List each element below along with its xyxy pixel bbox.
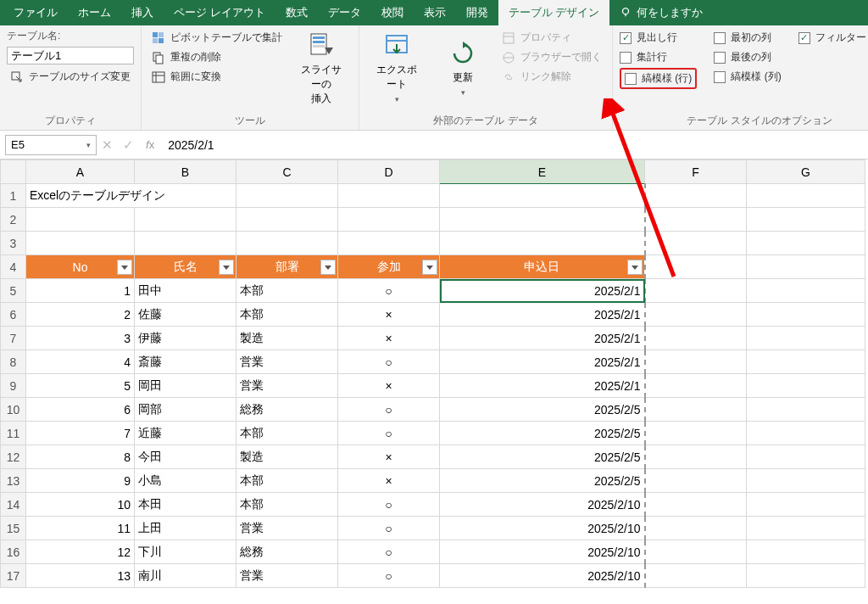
- table-header-attend[interactable]: 参加: [338, 255, 440, 279]
- insert-slicer-button[interactable]: スライサーの 挿入: [291, 29, 352, 109]
- cell[interactable]: 近藤: [135, 422, 236, 445]
- cell[interactable]: [645, 398, 747, 422]
- row-header[interactable]: 12: [1, 445, 26, 469]
- tab-formulas[interactable]: 数式: [275, 0, 318, 25]
- cell[interactable]: [440, 232, 645, 255]
- cell[interactable]: 総務: [236, 540, 338, 564]
- cell[interactable]: 9: [26, 469, 135, 493]
- row-header[interactable]: 11: [1, 422, 26, 445]
- cancel-formula-icon[interactable]: ✕: [97, 137, 118, 153]
- table-header-dept[interactable]: 部署: [236, 255, 338, 279]
- tab-data[interactable]: データ: [318, 0, 371, 25]
- cell[interactable]: [747, 540, 865, 564]
- tell-me[interactable]: 何をしますか: [609, 5, 713, 20]
- cell[interactable]: 8: [26, 445, 135, 469]
- cell[interactable]: [747, 398, 865, 422]
- row-header[interactable]: 7: [1, 327, 26, 350]
- cell[interactable]: [645, 374, 747, 398]
- col-header-C[interactable]: C: [236, 160, 338, 184]
- cell[interactable]: [747, 303, 865, 327]
- cell[interactable]: [747, 279, 865, 303]
- cell[interactable]: [236, 232, 338, 255]
- table-name-input[interactable]: [7, 47, 134, 64]
- last-column-checkbox[interactable]: 最後の列: [714, 48, 781, 66]
- cell[interactable]: [645, 469, 747, 493]
- cell[interactable]: 2025/2/10: [440, 517, 645, 540]
- row-header[interactable]: 10: [1, 398, 26, 422]
- cell[interactable]: 製造: [236, 327, 338, 350]
- cell[interactable]: [645, 350, 747, 374]
- cell[interactable]: [747, 184, 865, 208]
- cell[interactable]: 1: [26, 279, 135, 303]
- tab-page-layout[interactable]: ページ レイアウト: [164, 0, 275, 25]
- cell[interactable]: 本田: [135, 493, 236, 517]
- cell[interactable]: [645, 208, 747, 232]
- cell[interactable]: 4: [26, 350, 135, 374]
- table-header-date[interactable]: 申込日: [440, 255, 645, 279]
- cell[interactable]: [747, 374, 865, 398]
- row-header[interactable]: 13: [1, 469, 26, 493]
- tab-file[interactable]: ファイル: [3, 0, 68, 25]
- cell[interactable]: [645, 540, 747, 564]
- cell[interactable]: 田中: [135, 279, 236, 303]
- row-header[interactable]: 3: [1, 232, 26, 255]
- cell[interactable]: Excelのテーブルデザイン: [26, 184, 236, 208]
- cell[interactable]: ×: [338, 303, 440, 327]
- name-box[interactable]: E5 ▾: [5, 135, 97, 155]
- filter-dropdown-button[interactable]: [627, 260, 643, 275]
- cell[interactable]: ×: [338, 469, 440, 493]
- cell[interactable]: ○: [338, 540, 440, 564]
- resize-table-button[interactable]: テーブルのサイズ変更: [7, 68, 134, 86]
- convert-to-range-button[interactable]: 範囲に変換: [148, 68, 286, 86]
- cell[interactable]: ○: [338, 350, 440, 374]
- cell[interactable]: [645, 564, 747, 588]
- cell[interactable]: 2025/2/5: [440, 469, 645, 493]
- cell[interactable]: [747, 469, 865, 493]
- banded-rows-checkbox[interactable]: 縞模様 (行): [625, 70, 692, 87]
- cell[interactable]: 2025/2/1: [440, 374, 645, 398]
- col-header-B[interactable]: B: [135, 160, 236, 184]
- cell[interactable]: [645, 255, 747, 279]
- cell[interactable]: 2025/2/10: [440, 540, 645, 564]
- cell[interactable]: 伊藤: [135, 327, 236, 350]
- cell[interactable]: [645, 327, 747, 350]
- cell[interactable]: 岡田: [135, 374, 236, 398]
- row-header[interactable]: 14: [1, 493, 26, 517]
- export-button[interactable]: エクスポート ▾: [366, 29, 427, 107]
- cell[interactable]: 7: [26, 422, 135, 445]
- cell[interactable]: 2025/2/5: [440, 445, 645, 469]
- cell[interactable]: 2025/2/5: [440, 398, 645, 422]
- cell[interactable]: ×: [338, 327, 440, 350]
- cell[interactable]: 2025/2/1: [440, 279, 645, 303]
- cell[interactable]: 2025/2/1: [440, 327, 645, 350]
- cell[interactable]: 本部: [236, 303, 338, 327]
- row-header[interactable]: 1: [1, 184, 26, 208]
- filter-button-checkbox[interactable]: フィルター ボタン: [798, 29, 868, 47]
- header-row-checkbox[interactable]: 見出し行: [620, 29, 697, 47]
- cell[interactable]: [645, 445, 747, 469]
- cell[interactable]: 上田: [135, 517, 236, 540]
- cell[interactable]: 岡部: [135, 398, 236, 422]
- cell[interactable]: 営業: [236, 517, 338, 540]
- col-header-E[interactable]: E: [440, 160, 645, 184]
- filter-dropdown-button[interactable]: [320, 260, 336, 275]
- cell[interactable]: 今田: [135, 445, 236, 469]
- cell[interactable]: [440, 184, 645, 208]
- cell[interactable]: 営業: [236, 350, 338, 374]
- cell[interactable]: 本部: [236, 493, 338, 517]
- cell[interactable]: 2025/2/10: [440, 564, 645, 588]
- remove-duplicates-button[interactable]: 重複の削除: [148, 48, 286, 66]
- filter-dropdown-button[interactable]: [117, 260, 132, 275]
- row-header[interactable]: 5: [1, 279, 26, 303]
- cell[interactable]: [236, 208, 338, 232]
- cell[interactable]: [236, 184, 338, 208]
- filter-dropdown-button[interactable]: [219, 260, 234, 275]
- cell[interactable]: [747, 232, 865, 255]
- cell[interactable]: 2025/2/1: [440, 350, 645, 374]
- cell[interactable]: [338, 208, 440, 232]
- cell[interactable]: [747, 517, 865, 540]
- cell[interactable]: [747, 350, 865, 374]
- col-header-D[interactable]: D: [338, 160, 440, 184]
- cell[interactable]: ○: [338, 517, 440, 540]
- tab-insert[interactable]: 挿入: [121, 0, 164, 25]
